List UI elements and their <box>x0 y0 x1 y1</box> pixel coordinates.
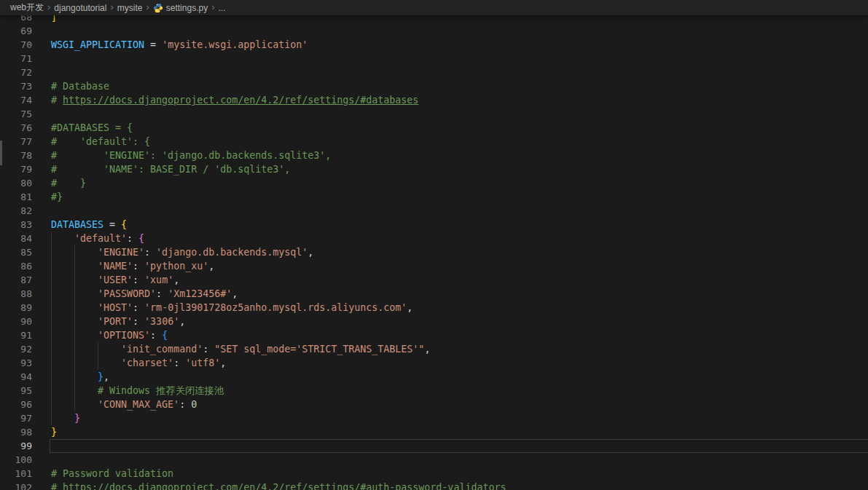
code-line[interactable]: 69 <box>0 24 868 38</box>
code-line[interactable]: 89 'HOST': 'rm-0jl3901728oz5anho.mysql.r… <box>0 301 868 315</box>
token-s: 'default' <box>74 233 127 244</box>
breadcrumb-item-web-dev[interactable]: web开发 <box>10 1 44 14</box>
code-line[interactable]: 81#} <box>0 190 868 204</box>
code-line[interactable]: 90 'PORT': '3306', <box>0 315 868 328</box>
indent-guide <box>51 245 52 259</box>
line-number[interactable]: 70 <box>0 38 32 52</box>
line-number[interactable]: 83 <box>0 218 32 232</box>
code-line[interactable]: 84 'default': { <box>0 232 868 245</box>
indent-guide <box>74 301 75 315</box>
code-line[interactable]: 82 <box>0 204 868 218</box>
line-number[interactable]: 94 <box>0 370 32 384</box>
comment-link[interactable]: https://docs.djangoproject.com/en/4.2/re… <box>63 95 418 106</box>
line-number[interactable]: 99 <box>0 439 32 453</box>
code-line[interactable]: 99 <box>0 439 868 453</box>
editor-pane[interactable]: 68]6970WSGI_APPLICATION = 'mysite.wsgi.a… <box>0 0 868 490</box>
code-text: # https://docs.djangoproject.com/en/4.2/… <box>51 93 868 107</box>
line-number[interactable]: 77 <box>0 135 32 149</box>
code-line[interactable]: 78# 'ENGINE': 'django.db.backends.sqlite… <box>0 149 868 162</box>
line-number[interactable]: 81 <box>0 190 32 204</box>
line-number[interactable]: 82 <box>0 204 32 218</box>
line-number[interactable]: 84 <box>0 232 32 245</box>
line-number[interactable]: 75 <box>0 107 32 121</box>
code-line[interactable]: 95 # Windows 推荐关闭连接池 <box>0 384 868 398</box>
token-p: : <box>133 274 144 285</box>
token-p: , <box>220 357 226 368</box>
token-s: 'xum' <box>144 274 173 285</box>
line-number[interactable]: 97 <box>0 411 32 425</box>
code-line[interactable]: 80# } <box>0 176 868 190</box>
chevron-right-icon: › <box>146 2 149 12</box>
code-text: 'USER': 'xum', <box>51 273 868 287</box>
token-s: 'OPTIONS' <box>98 330 150 341</box>
line-number[interactable]: 100 <box>0 453 32 467</box>
code-line[interactable]: 98} <box>0 425 868 439</box>
code-text: } <box>51 425 868 439</box>
line-number[interactable]: 69 <box>0 24 32 38</box>
line-number[interactable]: 98 <box>0 425 32 439</box>
line-number[interactable]: 79 <box>0 162 32 176</box>
indent-guide <box>51 384 52 398</box>
code-line[interactable]: 74# https://docs.djangoproject.com/en/4.… <box>0 93 868 107</box>
chevron-right-icon: › <box>47 2 50 12</box>
code-line[interactable]: 70WSGI_APPLICATION = 'mysite.wsgi.applic… <box>0 38 868 52</box>
code-line[interactable]: 71 <box>0 52 868 66</box>
code-line[interactable]: 73# Database <box>0 79 868 93</box>
line-number[interactable]: 86 <box>0 259 32 273</box>
line-number[interactable]: 101 <box>0 467 32 481</box>
code-line[interactable]: 79# 'NAME': BASE_DIR / 'db.sqlite3', <box>0 162 868 176</box>
line-number[interactable]: 102 <box>0 481 32 490</box>
token-p: = <box>144 39 162 50</box>
indent-guide <box>51 328 52 342</box>
code-line[interactable]: 72 <box>0 66 868 79</box>
code-line[interactable]: 100 <box>0 453 868 467</box>
code-line[interactable]: 94 }, <box>0 370 868 384</box>
token-b1: } <box>51 427 57 438</box>
line-number[interactable]: 73 <box>0 79 32 93</box>
code-line[interactable]: 75 <box>0 107 868 121</box>
code-line[interactable]: 102# https://docs.djangoproject.com/en/4… <box>0 481 868 490</box>
code-text: 'charset': 'utf8', <box>51 356 868 370</box>
line-number[interactable]: 89 <box>0 301 32 315</box>
line-number[interactable]: 92 <box>0 342 32 356</box>
code-text: #DATABASES = { <box>51 121 868 135</box>
breadcrumb-item-symbol-more[interactable]: ... <box>219 3 226 13</box>
code-line[interactable]: 83DATABASES = { <box>0 218 868 232</box>
comment-link[interactable]: https://docs.djangoproject.com/en/4.2/re… <box>63 482 506 490</box>
line-number[interactable]: 72 <box>0 66 32 79</box>
line-number[interactable]: 74 <box>0 93 32 107</box>
code-line[interactable]: 88 'PASSWORD': 'Xm123456#', <box>0 287 868 301</box>
breadcrumb-item-mysite[interactable]: mysite <box>117 3 143 13</box>
code-line[interactable]: 97 } <box>0 411 868 425</box>
line-number[interactable]: 78 <box>0 149 32 162</box>
line-number[interactable]: 85 <box>0 245 32 259</box>
line-number[interactable]: 95 <box>0 384 32 398</box>
code-line[interactable]: 91 'OPTIONS': { <box>0 328 868 342</box>
token-s: 'PORT' <box>98 316 133 327</box>
line-number[interactable]: 93 <box>0 356 32 370</box>
code-line[interactable]: 86 'NAME': 'python_xu', <box>0 259 868 273</box>
token-p: : <box>127 233 138 244</box>
chevron-right-icon: › <box>110 2 113 12</box>
code-line[interactable]: 77# 'default': { <box>0 135 868 149</box>
code-line[interactable]: 76#DATABASES = { <box>0 121 868 135</box>
line-number[interactable]: 71 <box>0 52 32 66</box>
line-number[interactable]: 76 <box>0 121 32 135</box>
code-line[interactable]: 87 'USER': 'xum', <box>0 273 868 287</box>
code-line[interactable]: 101# Password validation <box>0 467 868 481</box>
code-line[interactable]: 96 'CONN_MAX_AGE': 0 <box>0 398 868 411</box>
indent-guide <box>51 315 52 328</box>
code-line[interactable]: 93 'charset': 'utf8', <box>0 356 868 370</box>
token-c: # <box>51 482 63 490</box>
line-number[interactable]: 96 <box>0 398 32 411</box>
breadcrumb-item-djangotutorial[interactable]: djangotutorial <box>54 3 106 13</box>
line-number[interactable]: 91 <box>0 328 32 342</box>
token-b1: { <box>121 219 127 230</box>
line-number[interactable]: 88 <box>0 287 32 301</box>
code-line[interactable]: 92 'init_command': "SET sql_mode='STRICT… <box>0 342 868 356</box>
line-number[interactable]: 90 <box>0 315 32 328</box>
code-line[interactable]: 85 'ENGINE': 'django.db.backends.mysql', <box>0 245 868 259</box>
breadcrumb-item-settings-py[interactable]: settings.py <box>153 3 208 13</box>
line-number[interactable]: 87 <box>0 273 32 287</box>
line-number[interactable]: 80 <box>0 176 32 190</box>
